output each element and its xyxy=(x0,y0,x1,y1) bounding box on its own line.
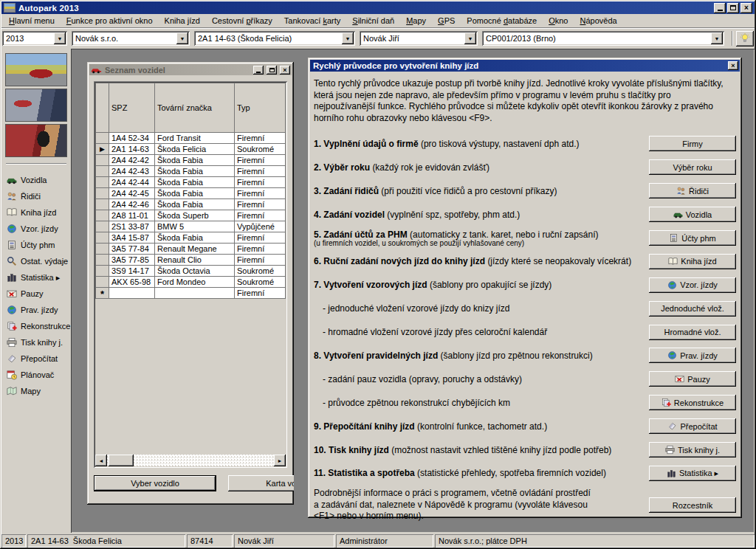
menu-okno[interactable]: Okno xyxy=(543,15,574,27)
guide-button-vyber-roku[interactable]: Výběr roku xyxy=(649,159,736,175)
guide-button-rekonstrukce[interactable]: Rekonstrukce xyxy=(649,395,736,410)
year-combobox[interactable]: 2013▼ xyxy=(2,31,67,46)
menu-mapy[interactable]: Mapy xyxy=(400,15,432,27)
chevron-down-icon[interactable]: ▼ xyxy=(342,32,354,44)
table-row[interactable]: 2A4 42-45Škoda FabiaFiremní xyxy=(96,188,286,199)
cell-spz[interactable]: 3A5 77-85 xyxy=(109,255,155,266)
chevron-down-icon[interactable]: ▼ xyxy=(464,32,476,44)
cell-spz[interactable]: 2A8 11-01 xyxy=(109,210,155,221)
sidebar-item-ostat-vydaje[interactable]: Ostat. výdaje xyxy=(1,253,71,269)
chevron-down-icon[interactable]: ▼ xyxy=(176,32,188,44)
row-selector[interactable] xyxy=(96,255,109,266)
cell-spz[interactable]: 3A4 15-87 xyxy=(109,232,155,244)
cell-brand[interactable]: Škoda Felicia xyxy=(155,144,235,155)
table-row[interactable]: *Firemní xyxy=(96,288,286,299)
row-selector[interactable] xyxy=(96,199,109,210)
sidebar-item-vozidla[interactable]: Vozidla xyxy=(1,172,71,188)
cell-type[interactable]: Firemní xyxy=(235,155,286,166)
guide-button-prav-jizdy[interactable]: Prav. jízdy xyxy=(649,348,736,363)
sidebar-item-mapy[interactable]: Mapy xyxy=(1,383,71,399)
sidebar-item-planovac[interactable]: Plánovač xyxy=(1,367,71,383)
guide-button-pauzy[interactable]: Pauzy xyxy=(649,371,736,387)
table-row[interactable]: 2S1 33-87BMW 5Vypůjčené xyxy=(96,221,286,232)
minimize-button[interactable] xyxy=(253,66,264,75)
cell-spz[interactable]: 2A4 42-43 xyxy=(109,166,155,177)
guide-button-firmy[interactable]: Firmy xyxy=(649,136,736,151)
cell-brand[interactable]: Škoda Fabia xyxy=(155,155,235,166)
cell-brand[interactable]: Škoda Fabia xyxy=(155,177,235,188)
quick-guide-bulb-button[interactable] xyxy=(736,31,754,46)
row-selector[interactable] xyxy=(96,266,109,277)
cell-spz[interactable]: 2A4 42-45 xyxy=(109,188,155,199)
guide-button-statistika[interactable]: Statistika ▸ xyxy=(649,466,736,481)
cell-brand[interactable]: Ford Transit xyxy=(155,133,235,144)
table-row[interactable]: 2A8 11-01Škoda SuperbFiremní xyxy=(96,210,286,221)
cell-brand[interactable] xyxy=(155,288,235,299)
table-row[interactable]: 2A4 42-44Škoda FabiaFiremní xyxy=(96,177,286,188)
sidebar-item-prepocitat[interactable]: Přepočítat xyxy=(1,351,71,367)
cell-spz[interactable] xyxy=(109,288,155,299)
cell-type[interactable]: Firemní xyxy=(235,244,286,255)
guide-button-rozcestnik[interactable]: Rozcestník xyxy=(649,497,736,513)
cell-spz[interactable]: 2S1 33-87 xyxy=(109,221,155,232)
menu-gps[interactable]: GPS xyxy=(432,15,461,27)
row-selector[interactable] xyxy=(96,221,109,232)
cell-brand[interactable]: Renault Megane xyxy=(155,244,235,255)
cell-spz[interactable]: 2A1 14-63 xyxy=(109,144,155,155)
row-selector[interactable] xyxy=(96,277,109,288)
menu-kniha-jizd[interactable]: Kniha jízd xyxy=(159,15,206,27)
row-selector[interactable] xyxy=(96,188,109,199)
sidebar-item-rekonstrukce[interactable]: Rekonstrukce xyxy=(1,318,71,334)
quick-guide-title-bar[interactable]: Rychlý průvodce pro vytvoření knihy jízd… xyxy=(310,60,740,72)
menu-cestovni-prikazy[interactable]: Cestovní příkazy xyxy=(206,15,278,27)
table-row[interactable]: 2A4 42-46Škoda FabiaFiremní xyxy=(96,199,286,210)
vehicle-list-title-bar[interactable]: Seznam vozidel × xyxy=(89,64,292,75)
table-row[interactable]: ▶2A1 14-63Škoda FeliciaSoukromé xyxy=(96,144,286,155)
close-button[interactable]: × xyxy=(740,3,752,13)
cell-spz[interactable]: 2A4 42-42 xyxy=(109,155,155,166)
guide-button-ucty-phm[interactable]: Účty phm xyxy=(649,230,736,246)
select-vehicle-button[interactable]: Vyber vozidlo xyxy=(94,475,216,491)
guide-button-vozidla[interactable]: Vozidla xyxy=(649,207,736,222)
company-combobox[interactable]: Novák s.r.o.▼ xyxy=(72,31,190,46)
scroll-right-icon[interactable]: ► xyxy=(274,455,286,466)
column-header-type[interactable]: Typ xyxy=(235,83,286,133)
restore-button[interactable] xyxy=(727,3,739,13)
close-icon[interactable]: × xyxy=(728,61,738,70)
vehicle-combobox[interactable]: 2A1 14-63 (Škoda Felicia)▼ xyxy=(194,31,355,46)
guide-button-kniha-jizd[interactable]: Kniha jízd xyxy=(649,254,736,269)
close-button[interactable]: × xyxy=(280,66,290,75)
cell-brand[interactable]: Ford Mondeo xyxy=(155,277,235,288)
title-bar[interactable]: Autopark 2013 × xyxy=(1,1,755,14)
row-selector[interactable] xyxy=(96,166,109,177)
cell-brand[interactable]: Škoda Fabia xyxy=(155,199,235,210)
guide-button-prepocitat[interactable]: Přepočítat xyxy=(649,418,736,434)
cell-type[interactable]: Vypůjčené xyxy=(235,221,286,232)
table-row[interactable]: 3A4 15-87Škoda FabiaFiremní xyxy=(96,232,286,244)
guide-button-hromadne-vloz[interactable]: Hromadné vlož. xyxy=(649,325,736,340)
cell-type[interactable]: Firemní xyxy=(235,210,286,221)
cell-type[interactable]: Soukromé xyxy=(235,266,286,277)
cell-brand[interactable]: BMW 5 xyxy=(155,221,235,232)
cell-type[interactable]: Firemní xyxy=(235,133,286,144)
row-selector[interactable] xyxy=(96,244,109,255)
cell-spz[interactable]: 2A4 42-44 xyxy=(109,177,155,188)
sidebar-item-statistika[interactable]: Statistika ▸ xyxy=(1,269,71,286)
table-row[interactable]: AKX 65-98Ford MondeoSoukromé xyxy=(96,277,286,288)
vehicle-card-button[interactable]: Karta vozidla xyxy=(228,475,294,491)
cell-brand[interactable]: Škoda Octavia xyxy=(155,266,235,277)
cell-type[interactable]: Firemní xyxy=(235,166,286,177)
menu-silnicni-dan[interactable]: Silniční daň xyxy=(346,15,400,27)
trip-order-combobox[interactable]: CP001/2013 (Brno)▼ xyxy=(482,31,724,46)
table-row[interactable]: 1A4 52-34Ford TransitFiremní xyxy=(96,133,286,144)
horizontal-scrollbar[interactable]: ◄ ► xyxy=(95,455,286,466)
cell-type[interactable]: Firemní xyxy=(235,188,286,199)
table-row[interactable]: 3A5 77-84Renault MeganeFiremní xyxy=(96,244,286,255)
cell-spz[interactable]: 1A4 52-34 xyxy=(109,133,155,144)
cell-brand[interactable]: Škoda Superb xyxy=(155,210,235,221)
driver-combobox[interactable]: Novák Jiří▼ xyxy=(360,31,478,46)
menu-pomocne-databaze[interactable]: Pomocné databáze xyxy=(461,15,543,27)
guide-button-ridici[interactable]: Řidiči xyxy=(649,183,736,198)
scrollbar-thumb[interactable] xyxy=(109,455,134,466)
scrollbar-track[interactable] xyxy=(134,455,274,466)
